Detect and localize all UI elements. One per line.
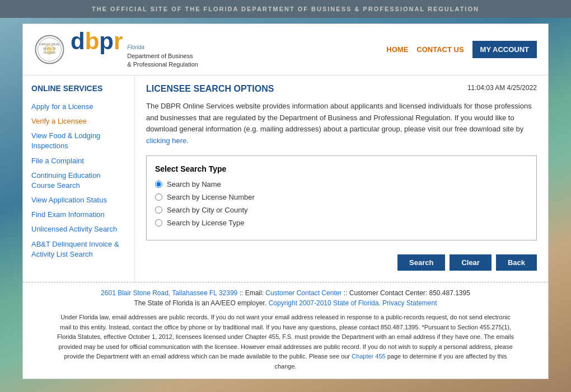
content-area: ONLINE SERVICES Apply for a License Veri… [23,75,548,282]
clicking-here-link[interactable]: clicking here. [146,136,189,145]
footer-eeo-text: The State of Florida is an AA/EEO employ… [134,299,267,307]
sidebar-item-abt[interactable]: AB&T Delinquent Invoice & Activity List … [31,237,126,262]
search-type-title: Select Search Type [155,164,528,173]
search-type-box: Select Search Type Search by Name Search… [146,155,537,240]
chapter-455-link[interactable]: Chapter 455 [352,353,386,360]
my-account-button[interactable]: MY ACCOUNT [472,41,537,58]
radio-option-license-number: Search by License Number [155,193,528,201]
sidebar-item-verify-licensee[interactable]: Verify a Licensee [31,114,126,129]
main-content: LICENSEE SEARCH OPTIONS 11:04:03 AM 4/25… [135,75,548,282]
contact-link[interactable]: CONTACT US [416,45,464,54]
footer-separator2: :: [344,289,349,297]
logo-letter-b: b [85,30,100,53]
label-by-name[interactable]: Search by Name [167,180,221,188]
home-link[interactable]: HOME [386,45,408,54]
sidebar: ONLINE SERVICES Apply for a License Veri… [23,75,135,282]
dept-line1: Department of Business [127,53,193,59]
logo-dbpr: d b p r Florida Department of Business &… [71,30,198,69]
svg-point-6 [47,46,53,52]
footer-email-label: Email: [245,289,264,297]
logo-area: GREAT SEAL STATE OF FLORIDA d b p r Flor… [34,30,386,69]
svg-text:GREAT SEAL: GREAT SEAL [39,42,60,46]
header: GREAT SEAL STATE OF FLORIDA d b p r Flor… [23,24,548,75]
sidebar-title: ONLINE SERVICES [31,84,126,93]
logo-text: d b p r Florida Department of Business &… [71,30,198,69]
radio-option-city-county: Search by City or County [155,206,528,214]
address-link[interactable]: 2601 Blair Stone Road, Tallahassee FL 32… [101,289,237,297]
label-by-city-county[interactable]: Search by City or County [167,206,248,214]
sidebar-item-complaint[interactable]: File a Complaint [31,154,126,168]
logo-florida-label: Florida [127,44,198,51]
footer-phone: Customer Contact Center: 850.487.1395 [349,289,470,297]
radio-option-name: Search by Name [155,180,528,188]
footer-eeo-line: The State of Florida is an AA/EEO employ… [34,299,537,307]
logo-letter-d: d [71,30,85,53]
timestamp: 11:04:03 AM 4/25/2022 [467,84,537,92]
back-button[interactable]: Back [496,254,537,271]
radio-by-license-type[interactable] [155,219,162,226]
main-container: GREAT SEAL STATE OF FLORIDA d b p r Flor… [22,23,549,379]
nav-links: HOME CONTACT US MY ACCOUNT [386,41,537,58]
privacy-link[interactable]: Privacy Statement [382,299,437,307]
sidebar-item-ce-search[interactable]: Continuing Education Course Search [31,168,126,193]
footer-address-line: 2601 Blair Stone Road, Tallahassee FL 32… [34,289,537,297]
search-button[interactable]: Search [397,254,445,271]
clear-button[interactable]: Clear [450,254,492,271]
copyright-link[interactable]: Copyright 2007-2010 State of Florida. [269,299,381,307]
footer-separator1: :: [240,289,245,297]
logo-dept-text: Florida Department of Business & Profess… [127,44,198,69]
sidebar-item-exam[interactable]: Find Exam Information [31,207,126,222]
footer: 2601 Blair Stone Road, Tallahassee FL 32… [23,282,548,379]
top-banner-text: THE OFFICIAL SITE OF THE FLORIDA DEPARTM… [92,6,479,12]
sidebar-item-apply-license[interactable]: Apply for a License [31,100,126,114]
top-banner: THE OFFICIAL SITE OF THE FLORIDA DEPARTM… [0,0,571,18]
description-text: The DBPR Online Services website provide… [146,101,537,147]
contact-center-link[interactable]: Customer Contact Center [265,289,341,297]
button-row: Search Clear Back [146,252,537,273]
sidebar-item-unlicensed[interactable]: Unlicensed Activity Search [31,222,126,237]
label-by-license-type[interactable]: Search by License Type [167,219,245,227]
radio-option-license-type: Search by License Type [155,219,528,227]
footer-disclaimer: Under Florida law, email addresses are p… [56,313,515,372]
logo-letter-r: r [114,30,123,53]
radio-by-name[interactable] [155,181,162,188]
radio-by-city-county[interactable] [155,206,162,214]
description-body: The DBPR Online Services website provide… [146,102,532,134]
sidebar-item-food-lodging[interactable]: View Food & Lodging Inspections [31,129,126,153]
dept-line2: & Professional Regulation [127,61,198,68]
sidebar-item-app-status[interactable]: View Application Status [31,193,126,207]
radio-by-license-number[interactable] [155,193,162,201]
logo-letter-p: p [99,30,114,53]
label-by-license-number[interactable]: Search by License Number [167,193,255,201]
section-header: LICENSEE SEARCH OPTIONS 11:04:03 AM 4/25… [146,84,537,94]
florida-seal-icon: GREAT SEAL STATE OF FLORIDA [34,34,65,65]
section-title: LICENSEE SEARCH OPTIONS [146,84,274,94]
